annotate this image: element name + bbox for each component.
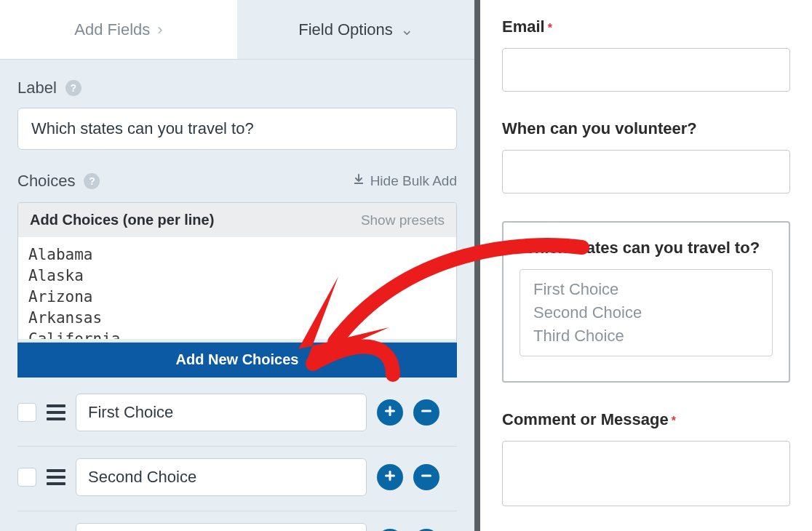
preview-option[interactable]: Second Choice	[533, 303, 759, 322]
required-asterisk: *	[548, 22, 552, 34]
preview-states-field[interactable]: Which states can you travel to? First Ch…	[502, 221, 790, 383]
svg-rect-3	[421, 410, 431, 412]
choice-input[interactable]	[76, 458, 367, 496]
tab-add-fields-label: Add Fields	[74, 20, 150, 39]
tab-field-options-label: Field Options	[298, 20, 393, 39]
add-choice-button[interactable]	[377, 464, 403, 490]
svg-rect-6	[421, 475, 431, 477]
remove-choice-button[interactable]	[413, 399, 439, 426]
svg-rect-2	[385, 410, 395, 412]
bulk-add-box: Add Choices (one per line) Show presets …	[17, 202, 457, 343]
hide-bulk-add-label: Hide Bulk Add	[370, 173, 457, 189]
help-icon[interactable]: ?	[84, 173, 100, 189]
show-presets-link[interactable]: Show presets	[361, 212, 445, 228]
choice-row	[17, 511, 457, 531]
label-heading: Label	[17, 79, 57, 97]
field-label-input[interactable]	[17, 108, 457, 150]
options-pane: Label ? Choices ? Hide Bulk Add Add Choi…	[0, 60, 474, 531]
preview-option[interactable]: First Choice	[533, 280, 759, 299]
bulk-choices-textarea[interactable]: Alabama Alaska Arizona Arkansas Californ…	[18, 237, 456, 339]
hide-bulk-add-link[interactable]: Hide Bulk Add	[353, 173, 457, 189]
choices-heading: Choices	[17, 172, 75, 191]
preview-states-label: Which states can you travel to?	[520, 239, 773, 257]
choice-input[interactable]	[76, 523, 367, 531]
preview-volunteer-input[interactable]	[502, 150, 790, 193]
svg-rect-5	[385, 475, 395, 477]
help-icon[interactable]: ?	[65, 80, 81, 96]
chevron-down-icon: ⌄	[400, 20, 413, 39]
minus-icon	[420, 469, 433, 485]
preview-email-label: Email	[502, 17, 545, 36]
form-preview: Email* When can you volunteer? Which sta…	[474, 0, 812, 531]
preview-states-listbox[interactable]: First Choice Second Choice Third Choice	[520, 269, 773, 356]
required-asterisk: *	[672, 415, 676, 427]
svg-rect-0	[354, 183, 363, 184]
preview-option[interactable]: Third Choice	[533, 327, 759, 346]
minus-icon	[420, 404, 433, 420]
choice-input[interactable]	[76, 394, 367, 431]
add-choice-button[interactable]	[377, 399, 403, 426]
preview-email-input[interactable]	[502, 48, 790, 92]
preview-volunteer-field: When can you volunteer?	[502, 119, 790, 193]
bulk-title: Add Choices (one per line)	[30, 212, 214, 228]
remove-choice-button[interactable]	[413, 464, 439, 490]
field-options-panel: Add Fields › Field Options ⌄ Label ? Cho…	[0, 0, 480, 531]
chevron-right-icon: ›	[157, 20, 162, 39]
drag-handle-icon[interactable]	[47, 469, 65, 485]
panel-tabs: Add Fields › Field Options ⌄	[0, 0, 474, 60]
plus-icon	[383, 404, 397, 420]
preview-comment-textarea[interactable]	[502, 441, 790, 506]
preview-volunteer-label: When can you volunteer?	[502, 119, 697, 137]
preview-comment-label: Comment or Message	[502, 410, 669, 428]
default-checkbox[interactable]	[17, 403, 36, 422]
choice-row	[17, 447, 457, 511]
download-icon	[353, 173, 365, 189]
choice-row	[17, 382, 457, 447]
default-checkbox[interactable]	[17, 468, 36, 487]
choices-list	[17, 382, 457, 531]
plus-icon	[383, 469, 397, 485]
add-new-choices-button[interactable]: Add New Choices	[17, 343, 457, 378]
drag-handle-icon[interactable]	[47, 404, 65, 420]
tab-add-fields[interactable]: Add Fields ›	[0, 0, 237, 60]
tab-field-options[interactable]: Field Options ⌄	[237, 0, 474, 60]
preview-email-field: Email*	[502, 17, 790, 92]
preview-comment-field: Comment or Message*	[502, 410, 790, 506]
